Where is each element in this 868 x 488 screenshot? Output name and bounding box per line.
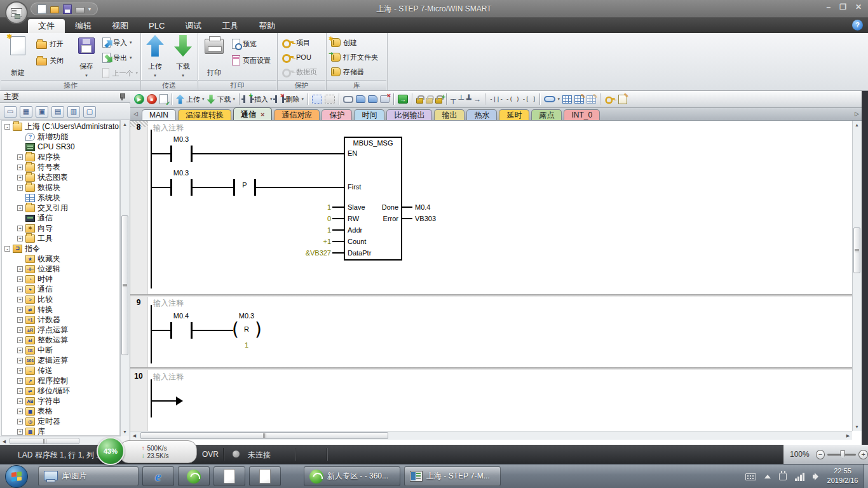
- pou-tab[interactable]: 时间: [354, 109, 384, 120]
- keyboard-tray-icon[interactable]: [745, 473, 756, 480]
- tree-item[interactable]: + ↗ 程序控制: [2, 376, 119, 386]
- expand-icon[interactable]: +: [17, 165, 23, 170]
- scroll-right-icon[interactable]: ▶: [844, 431, 852, 440]
- open-wire-arrow[interactable]: [176, 396, 183, 405]
- zoom-in-button[interactable]: +: [858, 450, 868, 459]
- expand-icon[interactable]: +: [17, 378, 23, 384]
- download-toolbar-button[interactable]: 下载▾: [206, 92, 237, 106]
- unlock-button[interactable]: [424, 92, 434, 106]
- expand-icon[interactable]: +: [17, 297, 23, 302]
- line-up-button[interactable]: ┴: [458, 92, 466, 106]
- select-network-button[interactable]: [311, 92, 323, 106]
- menu-tab[interactable]: 工具: [212, 19, 248, 33]
- tree-item[interactable]: 系统块: [2, 193, 119, 203]
- expand-icon[interactable]: +: [17, 409, 23, 414]
- edit-symbols-button[interactable]: ✎: [573, 92, 585, 106]
- network-comment[interactable]: 输入注释: [153, 123, 184, 133]
- insert-button[interactable]: +插入▾: [242, 92, 274, 106]
- pou-tab[interactable]: 保护: [322, 109, 352, 120]
- menu-tab[interactable]: 编辑: [65, 19, 102, 33]
- delete-button[interactable]: ×删除▾: [274, 92, 306, 106]
- taskbar-clock[interactable]: 22:55 2019/2/16: [824, 466, 862, 485]
- tree-item[interactable]: + ⇌ 移位/循环: [2, 386, 119, 396]
- pou-tab[interactable]: 通信对应: [274, 109, 320, 120]
- taskbar-360-browser-button[interactable]: [178, 466, 210, 486]
- expand-icon[interactable]: +: [17, 327, 23, 333]
- preview-button[interactable]: 预览: [230, 37, 276, 51]
- input-value[interactable]: &VB327: [284, 249, 331, 257]
- new-button[interactable]: 新建: [3, 35, 33, 78]
- taskbar-document-button[interactable]: [214, 466, 245, 486]
- contact-bar[interactable]: [191, 179, 193, 196]
- notes-button[interactable]: ✎: [617, 92, 628, 106]
- lock-add-button[interactable]: +: [434, 92, 444, 106]
- zoom-slider[interactable]: [827, 454, 856, 456]
- tree-item[interactable]: CPU SR30: [2, 142, 119, 152]
- input-value[interactable]: 1: [284, 226, 331, 234]
- edge-contact-bar[interactable]: [254, 179, 256, 196]
- coil-operand[interactable]: M0.3: [227, 312, 266, 320]
- tree-item[interactable]: + ±I 整数运算: [2, 335, 119, 345]
- edge-contact-symbol[interactable]: P: [235, 181, 254, 189]
- scroll-down-icon[interactable]: ▼: [853, 423, 861, 431]
- tree-item[interactable]: ★ 收藏夹: [2, 254, 119, 264]
- show-desktop-button[interactable]: [864, 464, 868, 488]
- library-create-button[interactable]: ✱创建: [329, 36, 385, 50]
- view-data-icon[interactable]: ▥: [67, 106, 80, 118]
- pou-tab[interactable]: 热水: [466, 109, 497, 120]
- taskbar-360-window-button[interactable]: 新人专区 - - 360...: [304, 466, 400, 486]
- expand-icon[interactable]: +: [17, 398, 23, 404]
- pou-tab[interactable]: 露点: [531, 109, 562, 120]
- tree-item[interactable]: + 符号表: [2, 162, 119, 172]
- save-button[interactable]: 保存▾: [71, 35, 102, 78]
- tree-item[interactable]: + > 比较: [2, 294, 119, 304]
- tree-item[interactable]: + ttt 中断: [2, 345, 119, 355]
- help-icon[interactable]: ?: [852, 20, 863, 30]
- tree-item[interactable]: + → 传送: [2, 365, 119, 376]
- expand-icon[interactable]: +: [17, 276, 23, 282]
- pou-tab[interactable]: 输出: [434, 109, 465, 120]
- tree-item[interactable]: + ▦ 表格: [2, 406, 119, 416]
- line-right-button[interactable]: →: [472, 92, 482, 106]
- taskbar-ie-button[interactable]: e: [142, 466, 174, 486]
- tree-root-instructions[interactable]: - ⊐ 指令: [2, 243, 119, 254]
- copy-button[interactable]: [355, 92, 367, 106]
- contact-operand[interactable]: M0.3: [165, 135, 197, 143]
- export-button[interactable]: 导出▾: [100, 51, 140, 65]
- editor-horizontal-scrollbar[interactable]: ◀ ▶: [130, 431, 852, 440]
- start-button[interactable]: [5, 465, 28, 488]
- protect-project-button[interactable]: 项目: [280, 36, 325, 50]
- scroll-up-icon[interactable]: ▲: [121, 120, 129, 128]
- print-button[interactable]: 打印: [201, 35, 227, 78]
- menu-tab[interactable]: 视图: [102, 19, 139, 33]
- scrollbar-thumb[interactable]: [121, 215, 128, 355]
- tree-item[interactable]: + 状态图表: [2, 172, 119, 182]
- goto-button[interactable]: →: [397, 92, 409, 106]
- coil-symbol[interactable]: R: [237, 325, 256, 333]
- tab-scroll-right-icon[interactable]: ▷: [855, 111, 859, 117]
- speed-widget-bubble[interactable]: ↑500K/s ↓23.5K/s: [119, 440, 197, 463]
- contact-bar[interactable]: [191, 322, 193, 339]
- tree-item[interactable]: + ⇄ 转换: [2, 304, 119, 315]
- expand-icon[interactable]: +: [17, 236, 23, 241]
- network-signal-icon[interactable]: [795, 473, 804, 481]
- view-table-icon[interactable]: ▦: [20, 106, 32, 118]
- contact-bar[interactable]: [170, 322, 172, 339]
- expand-icon[interactable]: +: [17, 205, 23, 211]
- zoom-slider-thumb[interactable]: [840, 451, 845, 459]
- contact-operand[interactable]: M0.3: [165, 169, 197, 177]
- tree-item[interactable]: + ϟ 通信: [2, 284, 119, 294]
- output-operand[interactable]: VB303: [415, 215, 436, 222]
- taskbar-step7-button[interactable]: 上海 - STEP 7-M...: [404, 466, 501, 486]
- line-down-button[interactable]: ┬: [449, 92, 458, 106]
- tree-item[interactable]: + 交叉引用: [2, 203, 119, 213]
- expand-icon[interactable]: -: [4, 246, 10, 252]
- close-button[interactable]: ✕: [855, 3, 862, 11]
- expand-icon[interactable]: +: [17, 266, 23, 272]
- menu-tab[interactable]: 帮助: [248, 19, 285, 33]
- edit-addresses-button[interactable]: ✎: [585, 92, 597, 106]
- editor-vertical-scrollbar[interactable]: ▲ ▼: [852, 121, 862, 431]
- pou-tab[interactable]: MAIN: [142, 109, 176, 120]
- view-comm-icon[interactable]: ▢: [83, 106, 96, 118]
- menu-tab[interactable]: 调试: [175, 19, 212, 33]
